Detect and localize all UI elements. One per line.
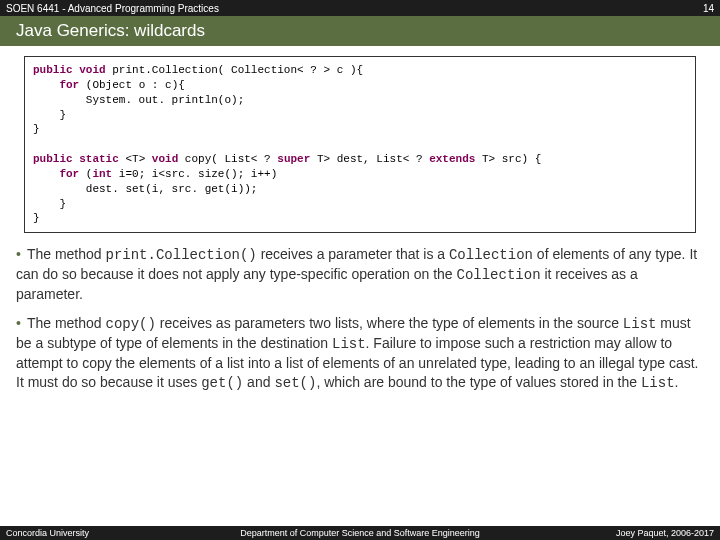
keyword: public [33, 64, 73, 76]
inline-code: copy() [106, 316, 156, 332]
type: List< ? [376, 153, 422, 165]
code-text: c ){ [330, 64, 363, 76]
keyword: void [79, 64, 105, 76]
code-block: public void print.Collection( Collection… [24, 56, 696, 233]
keyword: super [271, 153, 317, 165]
code-text: } [33, 123, 40, 135]
keyword: int [92, 168, 112, 180]
code-text: ( [79, 168, 92, 180]
text: The method [27, 246, 106, 262]
code-text: i=0; i<src. size(); i++) [112, 168, 277, 180]
type: Object [92, 79, 132, 91]
keyword: for [59, 79, 79, 91]
code-text: dest, [330, 153, 376, 165]
inline-code: get() [201, 375, 243, 391]
inline-code: Collection [457, 267, 541, 283]
code-text [33, 138, 40, 150]
inline-code: List [641, 375, 675, 391]
inline-code: Collection [449, 247, 533, 263]
code-text: src) { [495, 153, 541, 165]
text: . [675, 374, 679, 390]
keyword: static [79, 153, 119, 165]
slide-header: SOEN 6441 - Advanced Programming Practic… [0, 0, 720, 16]
keyword: public [33, 153, 73, 165]
code-text: } [33, 109, 66, 121]
method-name: print.Collection( [112, 64, 224, 76]
code-text: } [33, 198, 66, 210]
inline-code: print.Collection() [106, 247, 257, 263]
type: List< ? [224, 153, 270, 165]
text: receives as parameters two lists, where … [156, 315, 623, 331]
keyword: for [59, 168, 79, 180]
bullet-icon: • [16, 315, 21, 331]
code-text: ( [79, 79, 92, 91]
footer-center: Department of Computer Science and Softw… [0, 528, 720, 538]
type: T> [317, 153, 330, 165]
course-code: SOEN 6441 - Advanced Programming Practic… [6, 3, 219, 14]
keyword: void [152, 153, 178, 165]
bullet-item: •The method copy() receives as parameter… [16, 314, 704, 393]
keyword: extends [423, 153, 482, 165]
text: , which are bound to the type of values … [316, 374, 641, 390]
bullet-item: •The method print.Collection() receives … [16, 245, 704, 304]
type: Collection< ? > [231, 64, 330, 76]
slide-title-bar: Java Generics: wildcards [0, 16, 720, 46]
bullet-icon: • [16, 246, 21, 262]
type: T> [482, 153, 495, 165]
slide-content: •The method print.Collection() receives … [0, 245, 720, 392]
slide-title: Java Generics: wildcards [16, 21, 205, 41]
code-text: System. out. println(o); [33, 94, 244, 106]
inline-code: List [623, 316, 657, 332]
method-name: copy( [178, 153, 224, 165]
inline-code: List [332, 336, 366, 352]
text: The method [27, 315, 106, 331]
code-text: o : c){ [132, 79, 185, 91]
slide-footer: Concordia University Department of Compu… [0, 526, 720, 540]
text: receives a parameter that is a [257, 246, 449, 262]
slide-number: 14 [703, 3, 714, 14]
code-text: <T> [119, 153, 152, 165]
inline-code: set() [274, 375, 316, 391]
code-text: dest. set(i, src. get(i)); [33, 183, 257, 195]
code-text: } [33, 212, 40, 224]
text: and [243, 374, 274, 390]
